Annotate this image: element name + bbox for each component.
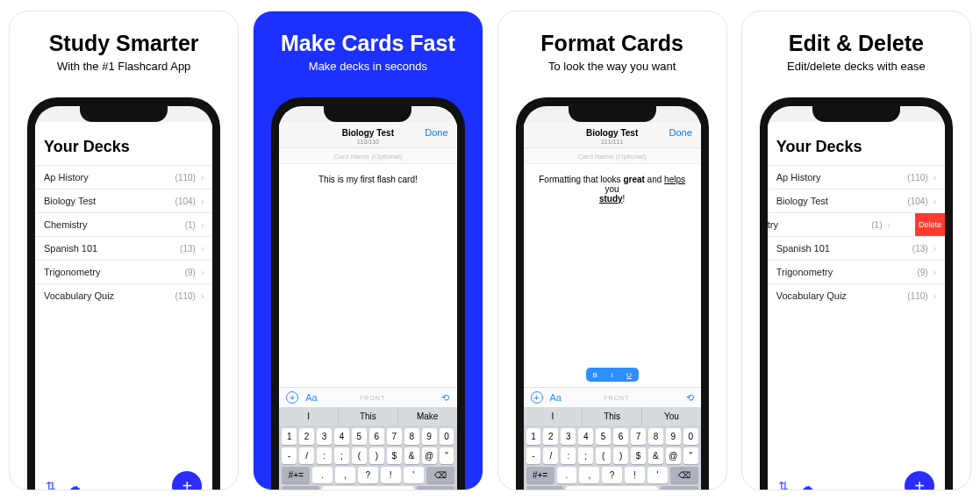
key[interactable]: /	[299, 447, 314, 464]
key[interactable]: 7	[631, 428, 646, 445]
key[interactable]: )	[613, 447, 628, 464]
cloud-icon[interactable]: ☁︎	[801, 479, 813, 490]
key[interactable]: 2	[543, 428, 558, 445]
deck-row[interactable]: Vocabulary Quiz (110) ›	[768, 283, 945, 307]
bold-button[interactable]: B	[592, 371, 597, 379]
add-icon[interactable]: +	[286, 391, 298, 404]
flip-icon[interactable]: ⟲	[686, 392, 694, 404]
key-space[interactable]: space	[322, 486, 415, 490]
deck-row[interactable]: Spanish 101 (13) ›	[35, 236, 212, 260]
done-button[interactable]: Done	[425, 127, 447, 138]
key-return[interactable]: return	[661, 486, 697, 490]
deck-row[interactable]: Trigonometry (9) ›	[768, 260, 945, 283]
sort-icon[interactable]: ⇅	[778, 479, 789, 490]
key[interactable]: @	[422, 447, 437, 464]
suggestion[interactable]: I	[524, 407, 583, 426]
key[interactable]: !	[625, 467, 645, 483]
key[interactable]: &	[404, 447, 419, 464]
underline-button[interactable]: U	[626, 371, 632, 379]
card-name-placeholder[interactable]: Card Name (Optional)	[524, 148, 701, 164]
deck-row[interactable]: Ap History (110) ›	[768, 165, 945, 189]
card-body-textarea[interactable]: This is my first flash card!	[279, 164, 456, 387]
suggestion[interactable]: I	[279, 407, 339, 426]
deck-row[interactable]: Vocabulary Quiz (110) ›	[35, 283, 212, 307]
card-body-textarea[interactable]: Formatting that looks great and helps yo…	[524, 164, 701, 368]
suggestion[interactable]: You	[642, 407, 701, 426]
deck-row[interactable]: Spanish 101 (13) ›	[768, 236, 945, 260]
flip-icon[interactable]: ⟲	[441, 392, 449, 404]
cloud-icon[interactable]: ☁︎	[68, 479, 81, 490]
key[interactable]: ?	[358, 467, 378, 483]
key[interactable]: ;	[578, 447, 593, 464]
text-format-icon[interactable]: Aa	[305, 392, 317, 403]
deck-row-swiped[interactable]: istry (1) › Delete	[768, 212, 945, 236]
key[interactable]: "	[683, 447, 698, 464]
add-deck-button[interactable]: +	[172, 471, 202, 490]
key-abc[interactable]: ABC	[526, 486, 563, 490]
key[interactable]: 5	[596, 428, 611, 445]
sort-icon[interactable]: ⇅	[46, 479, 56, 490]
suggestion[interactable]: This	[339, 407, 398, 426]
key[interactable]: 8	[648, 428, 663, 445]
key[interactable]: "	[440, 447, 454, 464]
key[interactable]: '	[647, 467, 668, 483]
key[interactable]: '	[404, 467, 424, 483]
key[interactable]: 0	[440, 428, 454, 445]
key[interactable]: 1	[282, 428, 297, 445]
key[interactable]: 8	[404, 428, 419, 445]
key[interactable]: 6	[613, 428, 628, 445]
key[interactable]: 0	[683, 428, 698, 445]
key[interactable]: @	[666, 447, 681, 464]
key-return[interactable]: return	[417, 486, 454, 490]
key[interactable]: $	[631, 447, 646, 464]
done-button[interactable]: Done	[669, 127, 691, 138]
deck-row[interactable]: Biology Test (104) ›	[768, 189, 945, 212]
key[interactable]: &	[648, 447, 663, 464]
key[interactable]: !	[381, 467, 401, 483]
key[interactable]: 5	[352, 428, 367, 445]
key-space[interactable]: space	[566, 486, 659, 490]
key[interactable]: 9	[666, 428, 681, 445]
key[interactable]: ;	[334, 447, 349, 464]
key-symbols[interactable]: #+=	[282, 467, 310, 483]
key[interactable]: $	[387, 447, 402, 464]
key-abc[interactable]: ABC	[282, 486, 318, 490]
italic-button[interactable]: I	[611, 371, 612, 379]
card-name-placeholder[interactable]: Card Name (Optional)	[279, 148, 456, 164]
key-backspace[interactable]: ⌫	[426, 467, 454, 483]
key[interactable]: 3	[317, 428, 332, 445]
suggestion[interactable]: This	[583, 407, 642, 426]
key[interactable]: .	[557, 467, 577, 483]
key[interactable]: 3	[561, 428, 576, 445]
key[interactable]: 2	[299, 428, 314, 445]
key-symbols[interactable]: #+=	[526, 467, 554, 483]
deck-row[interactable]: Chemistry (1) ›	[35, 212, 212, 236]
key[interactable]: 1	[526, 428, 541, 445]
key[interactable]: 9	[422, 428, 437, 445]
key[interactable]: -	[282, 447, 297, 464]
key-backspace[interactable]: ⌫	[670, 467, 698, 483]
key[interactable]: (	[596, 447, 611, 464]
key[interactable]: ,	[335, 467, 355, 483]
key[interactable]: .	[312, 467, 333, 483]
add-deck-button[interactable]: +	[905, 471, 934, 490]
key[interactable]: )	[369, 447, 384, 464]
key[interactable]: 4	[578, 428, 593, 445]
key[interactable]: ?	[602, 467, 622, 483]
key[interactable]: (	[352, 447, 367, 464]
key[interactable]: 4	[334, 428, 349, 445]
add-icon[interactable]: +	[531, 391, 543, 404]
text-format-icon[interactable]: Aa	[550, 392, 562, 403]
key[interactable]: -	[526, 447, 541, 464]
deck-row[interactable]: Biology Test (104) ›	[35, 189, 212, 212]
suggestion[interactable]: Make	[398, 407, 457, 426]
key[interactable]: 6	[369, 428, 384, 445]
deck-row[interactable]: Trigonometry (9) ›	[35, 260, 212, 283]
deck-row[interactable]: Ap History (110) ›	[35, 165, 212, 189]
delete-button[interactable]: Delete	[915, 213, 945, 236]
key[interactable]: /	[543, 447, 558, 464]
key[interactable]: 7	[387, 428, 402, 445]
key[interactable]: :	[561, 447, 576, 464]
key[interactable]: :	[317, 447, 332, 464]
key[interactable]: ,	[579, 467, 599, 483]
